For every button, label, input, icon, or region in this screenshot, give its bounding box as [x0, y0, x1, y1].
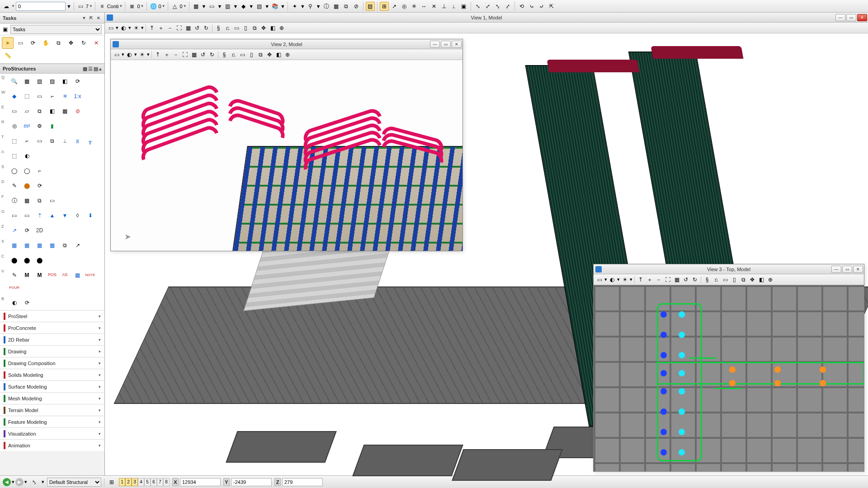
- nav-fwd-menu[interactable]: ▾: [24, 479, 27, 485]
- tool-t2[interactable]: ⌐: [21, 135, 33, 147]
- copy-button[interactable]: ⧉: [52, 37, 64, 49]
- tasks-dropdown-icon[interactable]: ▼: [81, 15, 87, 21]
- tool-t4[interactable]: ⧉: [46, 135, 58, 147]
- v2-clip-mask[interactable]: ✥: [265, 51, 274, 59]
- tool-d1[interactable]: ✎: [8, 179, 20, 192]
- tool-q6[interactable]: ⟳: [71, 75, 84, 87]
- v3-rotate[interactable]: ↺: [682, 276, 690, 284]
- element-select-button[interactable]: ➤: [2, 37, 14, 49]
- tool-z1[interactable]: ↗: [8, 224, 20, 236]
- clash-button[interactable]: ⧉: [342, 2, 351, 11]
- tool-v2[interactable]: M: [21, 269, 33, 281]
- linestyle-dropdown[interactable]: ≡Conti▼: [98, 2, 123, 11]
- view2-canvas[interactable]: ➤: [111, 60, 462, 251]
- view-toggle-1[interactable]: 1: [119, 478, 125, 486]
- v1-adjust[interactable]: ⤒: [148, 24, 156, 32]
- library-button[interactable]: 📚: [270, 2, 279, 11]
- view-pan-button[interactable]: ✋: [40, 37, 52, 49]
- models-button[interactable]: ▦: [192, 2, 201, 11]
- tool-w3[interactable]: ▭: [33, 90, 46, 102]
- category-2d-rebar[interactable]: 2D Rebar▾: [0, 333, 104, 345]
- info-button[interactable]: ⓘ: [322, 2, 331, 11]
- tool-s2[interactable]: ◯: [21, 164, 33, 177]
- v1-extra[interactable]: ⊕: [278, 24, 286, 32]
- view3-min-button[interactable]: —: [831, 266, 841, 273]
- tool-r2[interactable]: m²: [21, 120, 33, 132]
- tool-x1[interactable]: ▦: [8, 239, 20, 251]
- tool-e6[interactable]: ⊘: [71, 105, 84, 117]
- tool-r1[interactable]: ◎: [8, 120, 20, 132]
- view2-header[interactable]: View 2, Model — ▭ ✕: [111, 39, 462, 49]
- tool-v8[interactable]: POUR: [8, 282, 20, 294]
- view1-min-button[interactable]: —: [835, 14, 845, 21]
- move-button[interactable]: ✥: [65, 37, 77, 49]
- disable-button[interactable]: ⊘: [352, 2, 361, 11]
- tool-w1[interactable]: ◆: [8, 90, 20, 102]
- tool-f2[interactable]: ▦: [21, 194, 33, 206]
- v3-view-attr[interactable]: ▭: [595, 276, 604, 284]
- tool-a2[interactable]: ◐: [21, 150, 33, 162]
- tool-r3[interactable]: ⚙: [33, 120, 46, 132]
- v1-prev[interactable]: ⎌: [223, 24, 231, 32]
- v1-walk[interactable]: §: [214, 24, 222, 32]
- view3-header[interactable]: View 3 - Top, Model — ▭ ✕: [594, 264, 864, 274]
- snap-mode-button[interactable]: ⤣: [30, 478, 39, 487]
- accudraw-button[interactable]: ▨: [366, 2, 375, 11]
- views-dropdown[interactable]: ▭7▼: [76, 2, 93, 11]
- view1-close-button[interactable]: ✕: [857, 14, 867, 21]
- tool-c3[interactable]: ⬤: [33, 254, 46, 266]
- tasks-selector[interactable]: Tasks: [10, 25, 102, 34]
- v3-window-area[interactable]: ▦: [673, 276, 681, 284]
- v3-adjust[interactable]: ⤒: [637, 276, 645, 284]
- tool-e4[interactable]: ◧: [46, 105, 58, 117]
- tool-w6[interactable]: 1:x: [71, 90, 84, 102]
- nav-back-menu[interactable]: ▾: [12, 479, 14, 485]
- tangent-snap-button[interactable]: ⟂: [449, 2, 458, 11]
- v1-clear-clip[interactable]: ◧: [269, 24, 277, 32]
- v3-zoom-out[interactable]: －: [655, 276, 663, 284]
- v3-extra[interactable]: ⊕: [766, 276, 774, 284]
- coord-y-input[interactable]: [231, 478, 272, 486]
- tool-g1[interactable]: ▭: [8, 209, 20, 221]
- view-toggle-8[interactable]: 8: [163, 478, 170, 486]
- view1-restore-button[interactable]: ▭: [846, 14, 856, 21]
- raster-button[interactable]: ▥: [223, 2, 232, 11]
- tool-x3[interactable]: ▦: [33, 239, 46, 251]
- v3-clip[interactable]: ⧉: [739, 276, 747, 284]
- coord-x-input[interactable]: [180, 478, 221, 486]
- tool-s3[interactable]: ⌐: [33, 164, 46, 177]
- category-mesh-modeling[interactable]: Mesh Modeling▾: [0, 392, 104, 404]
- tool-t3[interactable]: ▭: [33, 135, 46, 147]
- v1-copy[interactable]: ▯: [241, 24, 250, 32]
- rotate-view-4-button[interactable]: ⤤: [503, 2, 512, 11]
- levels-button[interactable]: ▤: [255, 2, 264, 11]
- measure-button[interactable]: 📏: [2, 50, 14, 61]
- v2-pan[interactable]: ↻: [208, 51, 216, 59]
- v2-walk[interactable]: §: [220, 51, 228, 59]
- tool-t5[interactable]: ⟂: [59, 135, 71, 147]
- nav-back-button[interactable]: ◀: [3, 478, 11, 486]
- tool-b1[interactable]: ◐: [8, 296, 20, 309]
- view-small-icon[interactable]: ▤: [94, 66, 98, 72]
- v2-next[interactable]: ▭: [238, 51, 246, 59]
- v3-zoom-in[interactable]: ＋: [646, 276, 654, 284]
- view-toggle-6[interactable]: 6: [151, 478, 157, 486]
- v2-rotate[interactable]: ↺: [199, 51, 207, 59]
- intersect-snap-button[interactable]: ✕: [429, 2, 439, 11]
- v2-clear-clip[interactable]: ◧: [274, 51, 283, 59]
- tasks-close-icon[interactable]: ✕: [95, 15, 102, 21]
- fit-view-button[interactable]: ⇱: [547, 2, 556, 11]
- tool-g5[interactable]: ▼: [59, 209, 71, 221]
- gcs-dropdown[interactable]: 🌐0▼: [149, 2, 165, 11]
- grid-toggle-button[interactable]: ⊞: [380, 2, 389, 11]
- v2-display-style[interactable]: ◐: [125, 51, 133, 59]
- tool-v3[interactable]: M: [33, 269, 46, 281]
- tool-b2[interactable]: ⟳: [21, 296, 33, 309]
- tool-q1[interactable]: 🔍: [8, 75, 20, 87]
- prostructures-section-header[interactable]: ProStructures ▦ ☰ ▤ ▴: [0, 64, 104, 74]
- prev-view-button[interactable]: ⤿: [527, 2, 536, 11]
- tool-f3[interactable]: ⧉: [33, 194, 46, 206]
- v3-prev[interactable]: ⎌: [712, 276, 720, 284]
- tool-w2[interactable]: ⬚: [21, 90, 33, 102]
- rotate-view-1-button[interactable]: ⤡: [473, 2, 482, 11]
